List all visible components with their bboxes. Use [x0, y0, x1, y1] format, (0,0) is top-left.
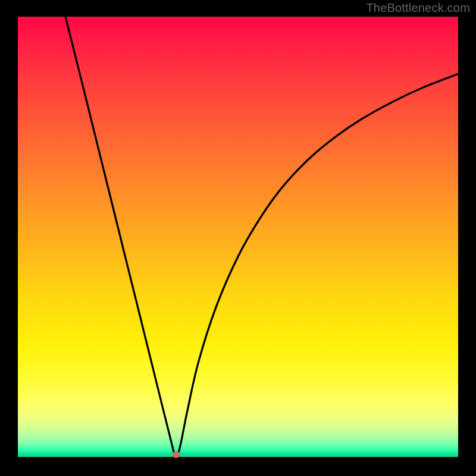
plot-area — [18, 17, 458, 457]
chart-frame: TheBottleneck.com — [0, 0, 476, 476]
deviation-curve — [18, 17, 458, 457]
watermark-text: TheBottleneck.com — [366, 1, 470, 15]
optimal-point-marker — [172, 451, 180, 458]
plot-background-gradient — [18, 17, 458, 457]
